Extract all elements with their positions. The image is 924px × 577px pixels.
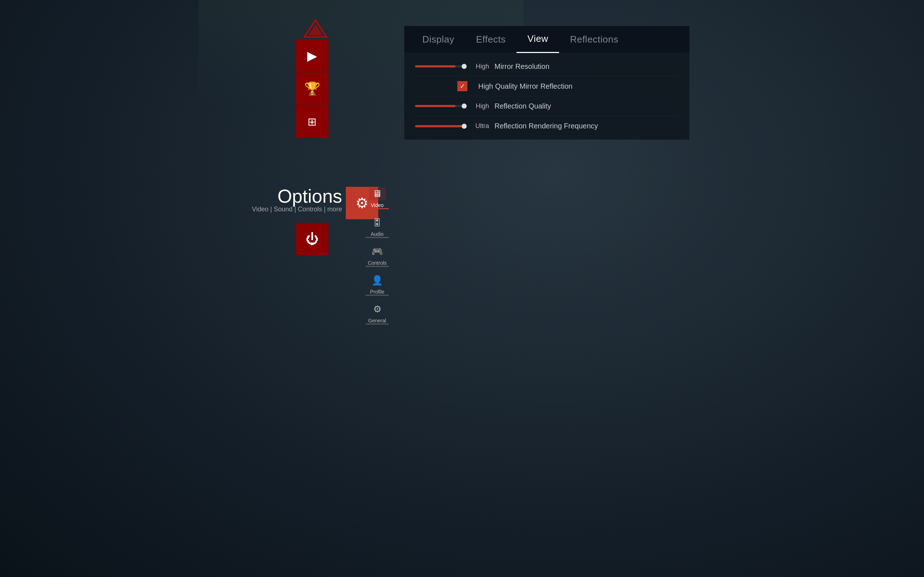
- general-icon: ⚙: [373, 304, 381, 315]
- reflection-freq-value: Ultra: [473, 122, 494, 130]
- video-icon: 🖥: [373, 188, 382, 200]
- options-panel: Options Video | Sound | Controls | more …: [252, 187, 378, 219]
- tab-display[interactable]: Display: [412, 26, 465, 53]
- reflection-quality-value: High: [473, 102, 494, 110]
- setting-row-reflection-freq: Ultra Reflection Rendering Frequency: [415, 116, 678, 136]
- reflection-quality-slider-container[interactable]: [415, 105, 473, 107]
- submenu-item-video[interactable]: 🖥 Video: [363, 183, 392, 212]
- reflection-freq-slider-fill: [415, 125, 463, 127]
- profile-icon-wrap: 👤: [369, 274, 386, 287]
- setting-row-mirror-resolution: High Mirror Resolution: [415, 56, 678, 76]
- tab-effects[interactable]: Effects: [465, 26, 517, 53]
- setting-row-hq-mirror: ✓ High Quality Mirror Reflection: [415, 76, 678, 96]
- options-title: Options: [252, 187, 342, 206]
- tab-bar: Display Effects View Reflections: [404, 26, 690, 53]
- grid-icon: ⊞: [307, 115, 317, 128]
- content-panel: Display Effects View Reflections High Mi…: [404, 26, 690, 140]
- sidebar-item-grid[interactable]: ⊞: [296, 105, 328, 138]
- tab-reflections[interactable]: Reflections: [559, 26, 629, 53]
- power-icon: ⏻: [306, 232, 319, 247]
- video-icon-wrap: 🖥: [369, 187, 386, 200]
- reflection-freq-label: Reflection Rendering Frequency: [494, 122, 598, 130]
- controls-icon: 🎮: [372, 246, 383, 257]
- reflection-quality-slider-thumb: [462, 103, 467, 108]
- checkbox-spacer: ✓: [415, 81, 473, 91]
- hq-mirror-checkbox[interactable]: ✓: [457, 81, 467, 91]
- reflection-freq-slider-thumb: [462, 124, 467, 129]
- reflection-freq-slider-container[interactable]: [415, 125, 473, 127]
- play-icon: ▶: [307, 48, 317, 63]
- logo: ASSETTO CORSA: [297, 15, 333, 43]
- reflection-quality-label: Reflection Quality: [494, 102, 551, 110]
- submenu: 🖥 Video 🎛 Audio 🎮 Controls 👤 Profile ⚙ G…: [363, 183, 392, 327]
- sidebar-item-play[interactable]: ▶: [296, 40, 328, 72]
- settings-body: High Mirror Resolution ✓ High Quality Mi…: [404, 53, 690, 140]
- general-icon-wrap: ⚙: [369, 303, 386, 316]
- options-subtitle: Video | Sound | Controls | more: [252, 206, 342, 213]
- submenu-item-profile[interactable]: 👤 Profile: [363, 270, 392, 298]
- mirror-resolution-label: Mirror Resolution: [494, 62, 549, 71]
- submenu-item-controls[interactable]: 🎮 Controls: [363, 241, 392, 270]
- profile-icon: 👤: [372, 275, 383, 286]
- audio-icon: 🎛: [373, 217, 382, 228]
- submenu-item-general[interactable]: ⚙ General: [363, 298, 392, 327]
- mirror-resolution-slider-container[interactable]: [415, 65, 473, 68]
- checkbox-checkmark: ✓: [460, 82, 465, 90]
- power-button[interactable]: ⏻: [296, 223, 328, 255]
- sidebar: ▶ 🏆 ⊞: [296, 40, 328, 138]
- setting-row-reflection-quality: High Reflection Quality: [415, 96, 678, 116]
- sidebar-item-trophy[interactable]: 🏆: [296, 73, 328, 105]
- tab-view[interactable]: View: [517, 26, 559, 53]
- submenu-item-audio[interactable]: 🎛 Audio: [363, 212, 392, 241]
- trophy-icon: 🏆: [304, 81, 320, 96]
- reflection-quality-slider-fill: [415, 105, 456, 107]
- svg-marker-1: [309, 24, 323, 35]
- reflection-quality-slider-track: [415, 105, 465, 107]
- submenu-label-audio: Audio: [371, 231, 384, 237]
- submenu-label-profile: Profile: [370, 289, 384, 295]
- audio-icon-wrap: 🎛: [369, 216, 386, 229]
- submenu-label-controls: Controls: [368, 260, 386, 266]
- reflection-freq-slider-track: [415, 125, 465, 127]
- options-label-container: Options Video | Sound | Controls | more: [252, 187, 346, 213]
- submenu-label-video: Video: [371, 202, 384, 208]
- hq-mirror-label: High Quality Mirror Reflection: [478, 82, 572, 90]
- submenu-label-general: General: [368, 318, 386, 324]
- mirror-resolution-slider-fill: [415, 65, 456, 68]
- mirror-resolution-value: High: [473, 63, 494, 70]
- mirror-resolution-slider-track: [415, 65, 465, 68]
- mirror-resolution-slider-thumb: [462, 64, 467, 69]
- controls-icon-wrap: 🎮: [369, 245, 386, 258]
